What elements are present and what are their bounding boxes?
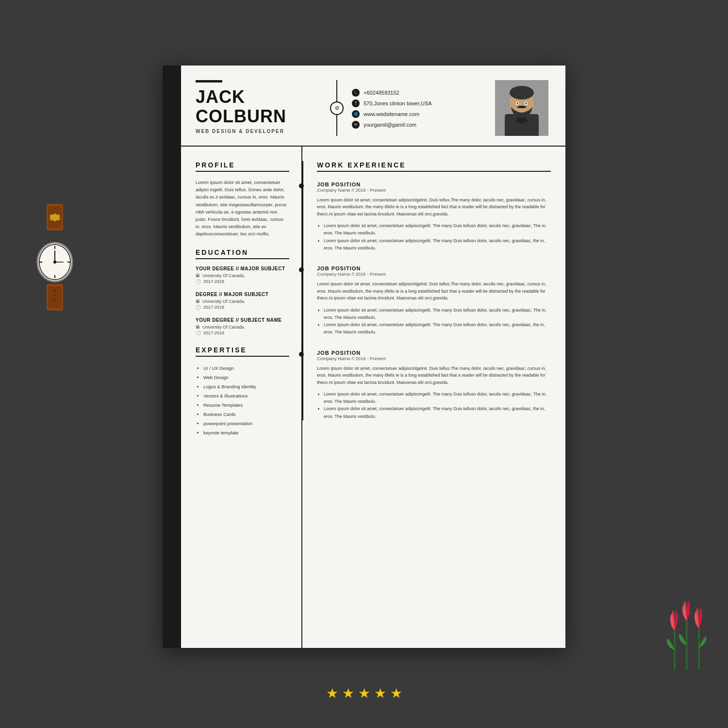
header-photo: [495, 80, 548, 136]
header-name: JACK COLBURN: [196, 87, 322, 126]
header-title: WEB DESIGN & DEVELOPER: [196, 129, 322, 134]
email-icon: ✉: [352, 121, 360, 129]
job-meta-1: Company Name // 2018 - Present: [317, 187, 551, 193]
header-name-section: JACK COLBURN WEB DESIGN & DEVELOPER: [196, 80, 322, 134]
list-item: UI / UX Design: [203, 364, 289, 373]
star-5: ★: [390, 685, 402, 701]
contact-phone: 📞 +60248593152: [352, 89, 485, 97]
job-desc-2: Lorem Ipsum dolor sit amet, consectetuer…: [317, 281, 551, 301]
list-item: Logos & Branding Identity: [203, 382, 289, 391]
contact-website: 🌐 www.wedsitename.com: [352, 110, 485, 118]
job-position-3: JOB POSITION: [317, 350, 551, 356]
job-bullets-2: Lorem Ipsum dolor sit amet, consectetuer…: [317, 307, 551, 336]
list-item: powerpoint presentation: [203, 419, 289, 428]
watch-decoration: [33, 204, 77, 311]
expertise-section: EXPERTISE UI / UX Design Web Design Logo…: [196, 346, 289, 437]
list-item: Lorem Ipsum dolor sit amet, consectetuer…: [324, 307, 551, 322]
svg-point-30: [526, 102, 527, 104]
edu-entry-1: YOUR DEGREE // MAJOR SUBJECT 🏛 Universit…: [196, 266, 289, 284]
svg-point-12: [53, 261, 56, 264]
expertise-section-title: EXPERTISE: [196, 346, 289, 357]
resume-card: JACK COLBURN WEB DESIGN & DEVELOPER ⊘ 📞: [163, 66, 565, 648]
timeline-line: [302, 161, 303, 420]
list-item: Vectors & Illustrations: [203, 391, 289, 400]
list-item: Lorem Ipsum dolor sit amet, consectetuer…: [324, 405, 551, 420]
university-icon-1: 🏛: [196, 273, 200, 278]
contact-address: 📍 570,Jones clinton tower,USA: [352, 99, 485, 107]
job-meta-3: Company Name // 2018 - Present: [317, 356, 551, 361]
job-bullets-1: Lorem Ipsum dolor sit amet, consectetuer…: [317, 222, 551, 252]
left-strip: [163, 66, 181, 648]
job-desc-1: Lorem Ipsum dolor sit amet, consectetuer…: [317, 197, 551, 217]
job-meta-2: Company Name // 2018 - Present: [317, 271, 551, 277]
star-3: ★: [358, 685, 370, 701]
star-1: ★: [326, 685, 338, 701]
job-position-2: JOB POSITION: [317, 265, 551, 271]
location-icon: 📍: [352, 99, 360, 107]
university-icon-3: 🏛: [196, 325, 200, 330]
tulip-decoration: [655, 582, 713, 670]
list-item: Lorem Ipsum dolor sit amet, consectetuer…: [324, 222, 551, 237]
university-icon-2: 🏛: [196, 299, 200, 304]
svg-point-18: [54, 299, 56, 301]
profile-section-title: PROFILE: [196, 161, 289, 172]
page-wrapper: JACK COLBURN WEB DESIGN & DEVELOPER ⊘ 📞: [0, 0, 728, 728]
job-position-1: JOB POSITION: [317, 182, 551, 187]
resume-header: JACK COLBURN WEB DESIGN & DEVELOPER ⊘ 📞: [181, 66, 565, 147]
photo-placeholder: [495, 80, 548, 136]
calendar-icon-1: 🕐: [196, 279, 201, 284]
phone-icon: 📞: [352, 89, 360, 97]
list-item: Lorem Ipsum dolor sit amet, consectetuer…: [324, 391, 551, 406]
resume-content: JACK COLBURN WEB DESIGN & DEVELOPER ⊘ 📞: [181, 66, 565, 648]
work-section-title: WORK EXPERIENCE: [317, 161, 551, 172]
header-divider: ⊘: [336, 80, 337, 136]
header-accent-bar: [196, 80, 222, 83]
svg-point-17: [54, 294, 56, 296]
education-section: EDUCATION YOUR DEGREE // MAJOR SUBJECT 🏛…: [196, 248, 289, 335]
edu-univ-1: 🏛 University Of Canada.: [196, 273, 289, 278]
edu-year-1: 🕐 2017-2018: [196, 279, 289, 284]
edu-univ-2: 🏛 University Of Canada.: [196, 299, 289, 304]
list-item: Web Design: [203, 373, 289, 382]
list-item: Resume Templates: [203, 400, 289, 410]
edu-year-3: 🕐 2017-2018: [196, 331, 289, 335]
edu-degree-1: YOUR DEGREE // MAJOR SUBJECT: [196, 266, 289, 271]
edu-entry-2: DEGREE // MAJOR SUBJECT 🏛 University Of …: [196, 292, 289, 310]
edu-year-2: 🕐 2017-2018: [196, 305, 289, 310]
calendar-icon-3: 🕐: [196, 331, 201, 335]
stars-bar: ★ ★ ★ ★ ★: [326, 685, 402, 701]
job-entry-3: JOB POSITION Company Name // 2018 - Pres…: [317, 350, 551, 420]
header-contact: 📞 +60248593152 📍 570,Jones clinton tower…: [352, 80, 485, 129]
svg-rect-3: [54, 214, 56, 221]
calendar-icon-2: 🕐: [196, 305, 201, 310]
job-entry-2: JOB POSITION Company Name // 2018 - Pres…: [317, 265, 551, 336]
right-column: WORK EXPERIENCE JOB POSITION Company Nam…: [302, 147, 565, 648]
resume-body: PROFILE Lorem Ipsum dolor sit amet, cons…: [181, 147, 565, 648]
expertise-list: UI / UX Design Web Design Logos & Brandi…: [196, 364, 289, 437]
web-icon: 🌐: [352, 110, 360, 118]
education-section-title: EDUCATION: [196, 248, 289, 259]
list-item: keynote template: [203, 428, 289, 437]
job-desc-3: Lorem Ipsum dolor sit amet, consectetuer…: [317, 365, 551, 386]
contact-email: ✉ yourgamil@gamil.com: [352, 121, 485, 129]
edu-degree-3: YOUR DEGREE // SUBJECT NAME: [196, 317, 289, 323]
star-4: ★: [374, 685, 386, 701]
list-item: Lorem Ipsum dolor sit amet, consectetuer…: [324, 237, 551, 252]
svg-point-26: [510, 86, 534, 99]
job-entry-1: JOB POSITION Company Name // 2018 - Pres…: [317, 182, 551, 252]
divider-symbol: ⊘: [335, 105, 339, 111]
right-col-inner: WORK EXPERIENCE JOB POSITION Company Nam…: [317, 161, 551, 420]
list-item: Lorem Ipsum dolor sit amet, consectetuer…: [324, 321, 551, 336]
job-bullets-3: Lorem Ipsum dolor sit amet, consectetuer…: [317, 391, 551, 420]
edu-entry-3: YOUR DEGREE // SUBJECT NAME 🏛 University…: [196, 317, 289, 335]
edu-degree-2: DEGREE // MAJOR SUBJECT: [196, 292, 289, 297]
svg-point-29: [517, 102, 518, 104]
list-item: Business Cards: [203, 410, 289, 419]
svg-point-16: [54, 289, 56, 291]
profile-text: Lorem Ipsum dolor sit amet, consectetuer…: [196, 179, 289, 238]
left-column: PROFILE Lorem Ipsum dolor sit amet, cons…: [181, 147, 302, 648]
star-2: ★: [342, 685, 354, 701]
profile-section: PROFILE Lorem Ipsum dolor sit amet, cons…: [196, 161, 289, 238]
edu-univ-3: 🏛 University Of Canada.: [196, 325, 289, 330]
